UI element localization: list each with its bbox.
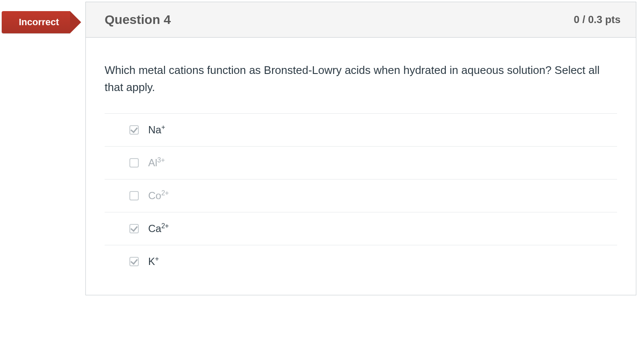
checkbox-icon xyxy=(129,158,139,168)
answers-list: Na+ Al3+ Co2+ xyxy=(105,113,617,278)
answer-option: Ca2+ xyxy=(105,212,617,245)
checkbox-icon xyxy=(129,125,139,135)
checkbox-icon xyxy=(129,257,139,266)
question-body: Which metal cations function as Bronsted… xyxy=(86,38,636,295)
status-flag-incorrect: Incorrect xyxy=(2,11,70,33)
question-prompt: Which metal cations function as Bronsted… xyxy=(105,62,617,96)
question-card: Question 4 0 / 0.3 pts Which metal catio… xyxy=(85,2,636,295)
checkbox-icon xyxy=(129,224,139,233)
answer-label: Co2+ xyxy=(148,190,169,202)
answer-label: K+ xyxy=(148,256,159,268)
answer-option: Na+ xyxy=(105,114,617,147)
question-title: Question 4 xyxy=(105,12,171,27)
answer-option: K+ xyxy=(105,245,617,278)
status-label: Incorrect xyxy=(19,17,59,28)
question-points: 0 / 0.3 pts xyxy=(574,14,621,26)
answer-option: Al3+ xyxy=(105,147,617,180)
answer-label: Al3+ xyxy=(148,157,165,169)
question-header: Question 4 0 / 0.3 pts xyxy=(86,2,636,38)
answer-label: Ca2+ xyxy=(148,223,169,235)
answer-label: Na+ xyxy=(148,124,165,136)
checkbox-icon xyxy=(129,191,139,200)
answer-option: Co2+ xyxy=(105,180,617,212)
quiz-question-page: Incorrect Question 4 0 / 0.3 pts Which m… xyxy=(0,0,644,359)
